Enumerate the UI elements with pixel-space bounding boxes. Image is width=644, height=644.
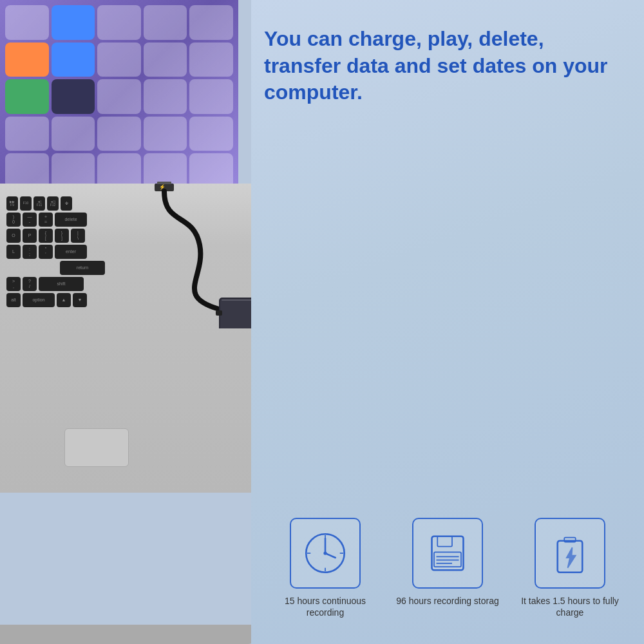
main-headline: You can charge, play, delete, transfer d… <box>264 26 625 106</box>
right-panel: You can charge, play, delete, transfer d… <box>251 0 644 644</box>
usb-cable-area: ⚡ <box>0 148 251 328</box>
cable-svg: ⚡ <box>0 148 251 328</box>
app-icon <box>97 117 141 151</box>
feature-item-recording: 15 hours continuous recording <box>274 518 377 618</box>
battery-charging-icon <box>547 531 592 576</box>
touchpad <box>64 428 129 467</box>
feature-label-storage: 96 hours recording storag <box>396 595 499 607</box>
app-icon <box>189 43 233 77</box>
app-icon <box>5 79 49 114</box>
app-icon <box>144 5 187 40</box>
app-icon <box>52 43 95 77</box>
app-icon <box>5 117 49 151</box>
feature-label-charging: It takes 1.5 hours to fully charge <box>518 595 621 618</box>
app-icon <box>97 79 141 114</box>
app-icon <box>144 117 187 151</box>
app-icon <box>5 43 49 77</box>
feature-item-charging: It takes 1.5 hours to fully charge <box>518 518 621 618</box>
app-icon <box>189 5 233 40</box>
feature-icons-row: 15 hours continuous recording <box>264 518 631 618</box>
svg-rect-15 <box>432 536 464 570</box>
floppy-icon-box <box>412 518 483 589</box>
main-container: ▶▶F9 F10 ◄)F11 ◄))F12 ⏻ )0 —- += delete … <box>0 0 644 644</box>
clock-icon <box>303 531 348 576</box>
svg-rect-16 <box>437 536 452 546</box>
app-icon <box>97 5 141 40</box>
svg-rect-4 <box>220 299 251 328</box>
laptop-bottom-bar <box>0 625 251 644</box>
app-icon <box>52 5 95 40</box>
app-icon <box>189 79 233 114</box>
battery-icon-box <box>535 518 605 589</box>
left-panel: ▶▶F9 F10 ◄)F11 ◄))F12 ⏻ )0 —- += delete … <box>0 0 251 644</box>
floppy-icon <box>425 531 470 576</box>
app-icon <box>144 43 187 77</box>
feature-item-storage: 96 hours recording storag <box>396 518 499 607</box>
clock-icon-box <box>290 518 361 589</box>
feature-label-recording: 15 hours continuous recording <box>274 595 377 618</box>
svg-line-10 <box>325 553 336 558</box>
app-icon <box>52 117 95 151</box>
svg-rect-6 <box>216 310 222 316</box>
app-icon <box>144 79 187 114</box>
svg-rect-5 <box>222 299 251 301</box>
app-icon <box>189 117 233 151</box>
app-icon <box>97 43 141 77</box>
app-icon <box>52 79 95 114</box>
app-icon <box>5 5 49 40</box>
